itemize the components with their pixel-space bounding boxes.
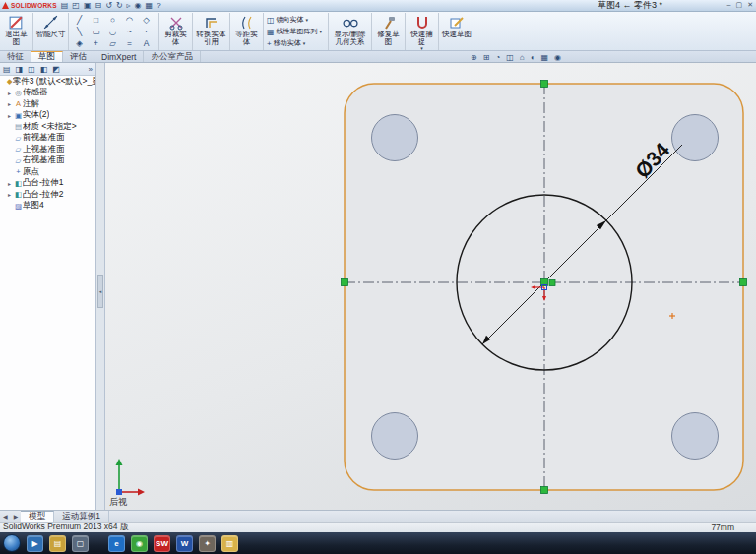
undo-icon[interactable]: ↺ (105, 1, 112, 11)
trim-entities-button[interactable]: 剪裁实体 (159, 13, 193, 50)
taskbar-ie-icon[interactable]: e (108, 535, 125, 552)
open-icon[interactable]: ◰ (72, 1, 80, 11)
select-icon[interactable]: ▹ (127, 1, 131, 11)
corner-hole-bottom-left[interactable] (372, 413, 418, 460)
tree-item-material[interactable]: ▤ 材质 <未指定> (0, 121, 95, 133)
hide-show-icon[interactable]: ▦ (541, 53, 549, 62)
zoom-fit-icon[interactable]: ⊕ (471, 53, 477, 62)
fillet-tool-icon[interactable]: + (88, 37, 104, 49)
splitter-handle-icon[interactable]: ◂ (97, 275, 103, 308)
taskbar-paint-icon[interactable]: ✦ (199, 535, 216, 552)
line-tool-icon[interactable]: ╱ (71, 14, 88, 26)
panel-splitter[interactable]: ◂ (96, 63, 105, 510)
tab-features[interactable]: 特征 (0, 51, 32, 62)
close-button[interactable]: ✕ (747, 1, 753, 9)
sketch-canvas[interactable]: Ø34 (105, 63, 756, 510)
chevron-down-icon[interactable]: ▾ (320, 30, 323, 34)
sketch-point-bottom[interactable] (541, 487, 548, 494)
equal-tool-icon[interactable]: = (121, 37, 138, 49)
chevron-down-icon[interactable]: ▾ (306, 18, 309, 23)
polygon-tool-icon[interactable]: ◇ (138, 14, 155, 26)
feature-manager-tab-icon[interactable]: ▤ (3, 65, 11, 74)
configuration-manager-tab-icon[interactable]: ◫ (28, 65, 35, 74)
zoom-area-icon[interactable]: ⊞ (483, 53, 490, 62)
ellipse-tool-icon[interactable]: ◈ (71, 37, 88, 49)
sketch-point-left[interactable] (342, 279, 348, 286)
maximize-button[interactable]: ▢ (736, 1, 743, 9)
tree-item-sensors[interactable]: ▸ ◎ 传感器 (0, 88, 95, 99)
quick-snaps-button[interactable]: 快速捕捉 ▾ (406, 13, 439, 50)
taskbar-solidworks-icon[interactable]: SW (154, 535, 170, 552)
tree-item-right-plane[interactable]: ▱ 右视基准面 (0, 155, 95, 167)
tree-item-solid-bodies[interactable]: ▸ ▣ 实体(2) (0, 110, 95, 122)
sketch-point-top[interactable] (541, 81, 548, 88)
convert-entities-button[interactable]: 转换实体引用 (193, 13, 230, 50)
rebuild-icon[interactable]: ◉ (135, 1, 142, 11)
options-icon[interactable]: ▦ (146, 1, 154, 11)
taskbar-notes-icon[interactable]: ▥ (221, 535, 238, 552)
dimxpert-manager-tab-icon[interactable]: ◧ (40, 65, 48, 74)
help-icon[interactable]: ? (157, 1, 160, 11)
display-style-icon[interactable]: ◐ (531, 53, 536, 62)
corner-hole-top-right[interactable] (672, 115, 719, 161)
point-tool-icon[interactable]: · (138, 26, 155, 37)
start-button[interactable] (3, 534, 21, 552)
repair-sketch-button[interactable]: 修复草图 (372, 13, 406, 50)
tab-sketch[interactable]: 草图 (32, 51, 63, 62)
tab-office-products[interactable]: 办公室产品 (144, 51, 201, 62)
rectangle-tool-icon[interactable]: □ (88, 14, 104, 26)
corner-hole-top-left[interactable] (372, 115, 418, 161)
plane-tool-icon[interactable]: ▱ (104, 37, 121, 49)
spline-tool-icon[interactable]: ~ (121, 26, 138, 37)
tree-item-annotations[interactable]: ▸ A 注解 (0, 98, 95, 110)
taskbar-explorer-icon[interactable]: ▤ (49, 535, 66, 552)
display-relations-button[interactable]: 显示/删除几何关系 (329, 13, 372, 50)
tab-model[interactable]: 模型 (21, 511, 54, 522)
previous-view-icon[interactable]: ◔ (495, 53, 500, 62)
tree-item-boss-extrude1[interactable]: ▸ ◧ 凸台-拉伸1 (0, 178, 95, 190)
view-orientation-icon[interactable]: ⌂ (520, 53, 525, 62)
taskbar-media-player-icon[interactable]: ▶ (27, 535, 43, 552)
taskbar-word-icon[interactable]: W (176, 535, 193, 552)
slot-tool-icon[interactable]: ▭ (88, 26, 104, 37)
appearance-icon[interactable]: ◉ (554, 53, 561, 62)
taskbar-messenger-icon[interactable]: ◉ (131, 535, 148, 552)
panel-chevron-icon[interactable]: » (89, 65, 93, 74)
linear-pattern-button[interactable]: ▦ 线性草图阵列 ▾ (267, 27, 322, 36)
taskbar-show-desktop-icon[interactable]: ▢ (72, 535, 89, 552)
property-manager-tab-icon[interactable]: ◨ (16, 65, 24, 74)
sketch-point-center-right[interactable] (549, 280, 555, 286)
chevron-down-icon[interactable]: ▾ (303, 41, 306, 46)
tree-item-part[interactable]: ◆ 零件3 (默认<<默认>_显示状态) (0, 76, 95, 88)
tab-dimxpert[interactable]: DimXpert (94, 51, 144, 62)
tree-item-front-plane[interactable]: ▱ 前视基准面 (0, 133, 95, 145)
tree-item-sketch4[interactable]: ▨ 草图4 (0, 201, 95, 213)
rapid-sketch-button[interactable]: 快速草图 (439, 13, 474, 50)
offset-entities-button[interactable]: 等距实体 (230, 13, 264, 50)
tab-scroll-left-icon[interactable]: ◀ (0, 511, 11, 522)
save-icon[interactable]: ▣ (84, 1, 92, 11)
graphics-viewport[interactable]: Ø34 (105, 63, 756, 510)
circle-tool-icon[interactable]: ○ (104, 14, 121, 26)
exit-sketch-button[interactable]: 退出草图 (0, 13, 33, 50)
tree-item-origin[interactable]: + 原点 (0, 166, 95, 178)
smart-dimension-button[interactable]: 智能尺寸 (33, 13, 69, 50)
tab-evaluate[interactable]: 评估 (63, 51, 94, 62)
redo-icon[interactable]: ↻ (116, 1, 123, 11)
new-document-icon[interactable]: ▤ (61, 1, 69, 11)
tab-motion-study[interactable]: 运动算例1 (54, 511, 109, 522)
tangent-arc-tool-icon[interactable]: ◡ (104, 26, 121, 37)
text-tool-icon[interactable]: A (138, 37, 155, 49)
display-manager-tab-icon[interactable]: ◩ (52, 65, 60, 74)
move-entities-button[interactable]: + 移动实体 ▾ (267, 38, 305, 48)
sketch-point-right[interactable] (740, 279, 747, 286)
centerline-tool-icon[interactable]: ╲ (71, 26, 88, 37)
arc-tool-icon[interactable]: ◠ (121, 14, 138, 26)
mirror-entities-button[interactable]: ◫ 镜向实体 ▾ (267, 15, 308, 25)
tab-scroll-right-icon[interactable]: ▶ (11, 511, 22, 522)
tree-item-top-plane[interactable]: ▱ 上视基准面 (0, 144, 95, 155)
tree-item-boss-extrude2[interactable]: ▸ ◧ 凸台-拉伸2 (0, 189, 95, 201)
section-view-icon[interactable]: ◫ (506, 53, 514, 62)
corner-hole-bottom-right[interactable] (672, 413, 719, 460)
minimize-button[interactable]: – (727, 1, 731, 9)
